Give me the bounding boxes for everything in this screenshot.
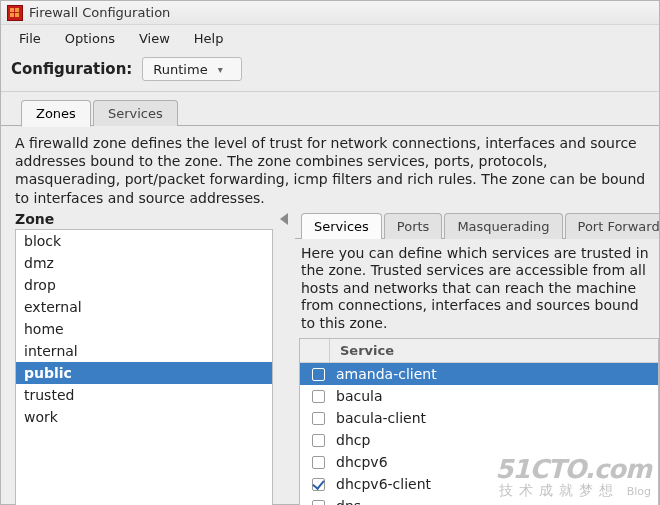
right-column: ServicesPortsMasqueradingPort Forwarding… — [295, 211, 659, 505]
service-row-dns[interactable]: dns — [300, 495, 658, 505]
chevron-left-icon — [280, 213, 288, 225]
zone-column: Zone blockdmzdropexternalhomeinternalpub… — [15, 211, 273, 505]
window-title: Firewall Configuration — [29, 5, 170, 20]
menu-file[interactable]: File — [9, 28, 51, 49]
tab-ports[interactable]: Ports — [384, 213, 443, 239]
service-name: dhcp — [330, 432, 370, 448]
titlebar: Firewall Configuration — [1, 1, 659, 25]
zone-item-block[interactable]: block — [16, 230, 272, 252]
service-checkbox-wrap — [306, 412, 330, 425]
service-checkbox[interactable] — [312, 368, 325, 381]
zone-item-trusted[interactable]: trusted — [16, 384, 272, 406]
service-checkbox[interactable] — [312, 412, 325, 425]
services-description: Here you can define which services are t… — [295, 239, 659, 339]
menu-options[interactable]: Options — [55, 28, 125, 49]
menubar: File Options View Help — [1, 25, 659, 51]
service-checkbox[interactable] — [312, 456, 325, 469]
tab-zones[interactable]: Zones — [21, 100, 91, 127]
tab-masquerading[interactable]: Masquerading — [444, 213, 562, 239]
pane-collapse-handle[interactable] — [273, 211, 295, 505]
service-checkbox-wrap — [306, 500, 330, 505]
service-name: bacula-client — [330, 410, 426, 426]
tab-services[interactable]: Services — [301, 213, 382, 239]
configuration-label: Configuration: — [11, 60, 132, 78]
service-row-bacula-client[interactable]: bacula-client — [300, 407, 658, 429]
menu-view[interactable]: View — [129, 28, 180, 49]
service-checkbox-wrap — [306, 390, 330, 403]
service-row-dhcp[interactable]: dhcp — [300, 429, 658, 451]
service-name: dns — [330, 498, 361, 505]
inner-tabs: ServicesPortsMasqueradingPort Forwarding — [295, 211, 659, 239]
configuration-combobox[interactable]: Runtime ▾ — [142, 57, 242, 81]
service-checkbox-wrap — [306, 456, 330, 469]
services-table-header: Service — [300, 339, 658, 363]
service-checkbox-wrap — [306, 434, 330, 447]
service-checkbox-wrap — [306, 478, 330, 491]
outer-tabs: Zones Services — [1, 98, 659, 126]
service-checkbox[interactable] — [312, 478, 325, 491]
service-name: bacula — [330, 388, 383, 404]
tab-port-forwarding[interactable]: Port Forwarding — [565, 213, 660, 239]
services-table: Service amanda-clientbaculabacula-client… — [299, 338, 659, 505]
main-window: Firewall Configuration File Options View… — [0, 0, 660, 505]
zone-item-drop[interactable]: drop — [16, 274, 272, 296]
zone-heading: Zone — [15, 211, 273, 229]
chevron-down-icon: ▾ — [218, 64, 223, 75]
configuration-value: Runtime — [153, 62, 207, 77]
service-checkbox[interactable] — [312, 500, 325, 505]
service-row-amanda-client[interactable]: amanda-client — [300, 363, 658, 385]
service-name: dhcpv6 — [330, 454, 388, 470]
service-row-dhcpv6[interactable]: dhcpv6 — [300, 451, 658, 473]
configuration-row: Configuration: Runtime ▾ — [1, 51, 659, 92]
main-split: Zone blockdmzdropexternalhomeinternalpub… — [1, 211, 659, 505]
service-name: dhcpv6-client — [330, 476, 431, 492]
zone-item-public[interactable]: public — [16, 362, 272, 384]
service-row-dhcpv6-client[interactable]: dhcpv6-client — [300, 473, 658, 495]
zone-item-external[interactable]: external — [16, 296, 272, 318]
zone-list[interactable]: blockdmzdropexternalhomeinternalpublictr… — [15, 229, 273, 505]
tab-services[interactable]: Services — [93, 100, 178, 126]
firewall-icon — [7, 5, 23, 21]
menu-help[interactable]: Help — [184, 28, 234, 49]
services-table-body: amanda-clientbaculabacula-clientdhcpdhcp… — [300, 363, 658, 505]
service-row-bacula[interactable]: bacula — [300, 385, 658, 407]
zone-item-dmz[interactable]: dmz — [16, 252, 272, 274]
service-checkbox[interactable] — [312, 390, 325, 403]
zone-item-internal[interactable]: internal — [16, 340, 272, 362]
zone-item-work[interactable]: work — [16, 406, 272, 428]
checkbox-column-header — [300, 339, 330, 362]
service-checkbox-wrap — [306, 368, 330, 381]
service-column-header: Service — [330, 339, 658, 362]
service-name: amanda-client — [330, 366, 437, 382]
zone-item-home[interactable]: home — [16, 318, 272, 340]
service-checkbox[interactable] — [312, 434, 325, 447]
zone-description: A firewalld zone defines the level of tr… — [1, 126, 659, 211]
